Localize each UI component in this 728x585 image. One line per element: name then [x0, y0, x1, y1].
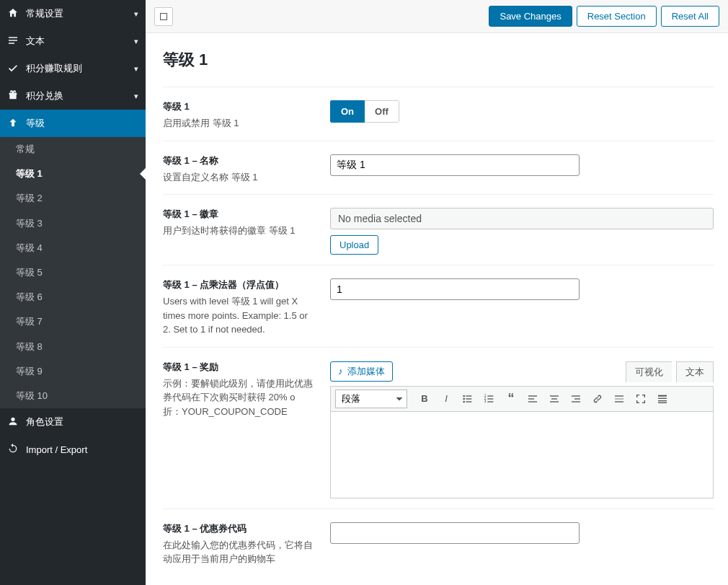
sidebar-item-label: 常规设置 — [26, 7, 134, 20]
editor-toolbar: 段落 B I 123 “ — [330, 386, 714, 412]
svg-rect-17 — [550, 401, 559, 402]
upload-button[interactable]: Upload — [330, 235, 378, 255]
svg-rect-20 — [572, 401, 580, 402]
reset-all-button[interactable]: Reset All — [661, 6, 719, 27]
link-button[interactable] — [587, 390, 608, 408]
submenu-item-level-7[interactable]: 等级 7 — [0, 309, 146, 334]
editor-tab-text[interactable]: 文本 — [676, 361, 714, 382]
expand-collapse-button[interactable] — [154, 7, 173, 26]
svg-rect-19 — [574, 398, 580, 399]
arrow-up-icon — [7, 117, 26, 131]
field-desc: 示例：要解锁此级别，请使用此优惠券代码在下次购买时获得 20% o 折：YOUR… — [163, 377, 316, 419]
blockquote-button[interactable]: “ — [501, 390, 521, 408]
svg-rect-7 — [487, 395, 493, 396]
sidebar-item-levels[interactable]: 等级 — [0, 110, 146, 137]
field-badge: 等级 1 – 徽章 用户到达时将获得的徽章 等级 1 No media sele… — [163, 194, 714, 255]
align-center-button[interactable] — [544, 390, 564, 408]
svg-rect-9 — [487, 398, 493, 399]
enable-switch[interactable]: On Off — [330, 100, 399, 123]
switch-on[interactable]: On — [330, 100, 365, 123]
levels-submenu: 常规 等级 1 等级 2 等级 3 等级 4 等级 5 等级 6 等级 7 等级… — [0, 137, 146, 408]
sidebar-item-label: 积分赚取规则 — [26, 62, 134, 75]
sidebar-item-import-export[interactable]: Import / Export — [0, 436, 146, 463]
coupon-code-input[interactable] — [330, 522, 580, 544]
submenu-item-level-5[interactable]: 等级 5 — [0, 260, 146, 285]
topbar: Save Changes Reset Section Reset All — [146, 0, 728, 33]
submenu-item-level-10[interactable]: 等级 10 — [0, 384, 146, 408]
bold-button[interactable]: B — [414, 390, 435, 408]
align-left-button[interactable] — [523, 390, 543, 408]
field-desc: 启用或禁用 等级 1 — [163, 116, 316, 131]
svg-rect-14 — [528, 401, 537, 402]
switch-off[interactable]: Off — [365, 100, 399, 123]
field-reward: 等级 1 – 奖励 示例：要解锁此级别，请使用此优惠券代码在下次购买时获得 20… — [163, 347, 714, 498]
chevron-down-icon: ▾ — [134, 9, 138, 19]
field-name: 等级 1 – 名称 设置自定义名称 等级 1 — [163, 141, 714, 185]
sidebar-item-label: 角色设置 — [26, 415, 138, 428]
sidebar-item-general[interactable]: 常规设置 ▾ — [0, 0, 146, 27]
submenu-item-level-2[interactable]: 等级 2 — [0, 186, 146, 211]
svg-rect-13 — [528, 398, 534, 399]
field-title: 等级 1 – 优惠券代码 — [163, 522, 316, 535]
multiplier-input[interactable] — [330, 278, 580, 300]
page-title: 等级 1 — [163, 49, 714, 71]
submenu-label: 等级 4 — [16, 242, 43, 253]
chevron-down-icon: ▾ — [134, 64, 138, 74]
reward-editor-area[interactable] — [330, 412, 714, 498]
submenu-label: 等级 7 — [16, 316, 43, 327]
svg-rect-25 — [658, 397, 667, 398]
sidebar-item-points-earn[interactable]: 积分赚取规则 ▾ — [0, 55, 146, 82]
sidebar-item-text[interactable]: 文本 ▾ — [0, 27, 146, 55]
format-select[interactable]: 段落 — [335, 390, 407, 408]
home-icon — [7, 7, 26, 21]
submenu-label: 等级 5 — [16, 267, 43, 278]
fullscreen-button[interactable] — [631, 390, 651, 408]
add-media-button[interactable]: 添加媒体 — [330, 361, 393, 382]
submenu-label: 等级 8 — [16, 341, 43, 352]
submenu-item-level-1[interactable]: 等级 1 — [0, 162, 146, 186]
field-title: 等级 1 – 点乘法器（浮点值） — [163, 278, 316, 291]
sidebar-item-points-redeem[interactable]: 积分兑换 ▾ — [0, 82, 146, 110]
text-icon — [7, 35, 26, 48]
field-title: 等级 1 – 徽章 — [163, 208, 316, 221]
submenu-item-level-3[interactable]: 等级 3 — [0, 211, 146, 236]
save-changes-button[interactable]: Save Changes — [489, 6, 572, 27]
media-icon — [338, 366, 343, 377]
svg-rect-15 — [550, 395, 559, 396]
submenu-item-level-9[interactable]: 等级 9 — [0, 359, 146, 384]
toolbar-toggle-button[interactable] — [652, 390, 672, 408]
bullet-list-button[interactable] — [458, 390, 478, 408]
level-name-input[interactable] — [330, 154, 580, 176]
svg-rect-1 — [466, 395, 471, 396]
submenu-label: 等级 6 — [16, 291, 43, 302]
submenu-item-level-4[interactable]: 等级 4 — [0, 236, 146, 260]
field-title: 等级 1 – 名称 — [163, 154, 316, 167]
number-list-button[interactable]: 123 — [479, 390, 500, 408]
svg-text:3: 3 — [484, 400, 487, 403]
submenu-item-level-6[interactable]: 等级 6 — [0, 285, 146, 309]
submenu-label: 等级 3 — [16, 218, 43, 229]
editor-tab-visual[interactable]: 可视化 — [626, 361, 672, 382]
sidebar-item-label: 积分兑换 — [26, 89, 134, 102]
svg-rect-16 — [551, 398, 557, 399]
submenu-label: 常规 — [16, 144, 35, 154]
check-icon — [7, 62, 26, 76]
svg-point-2 — [463, 397, 465, 400]
insert-more-button[interactable] — [609, 390, 629, 408]
reset-section-button[interactable]: Reset Section — [577, 6, 657, 27]
field-desc: 设置自定义名称 等级 1 — [163, 170, 316, 185]
italic-button[interactable]: I — [436, 390, 456, 408]
sidebar-item-roles[interactable]: 角色设置 — [0, 408, 146, 436]
svg-rect-23 — [615, 401, 623, 402]
sidebar-item-label: 等级 — [26, 117, 138, 130]
field-title: 等级 1 – 奖励 — [163, 361, 316, 374]
submenu-item-general[interactable]: 常规 — [0, 137, 146, 162]
media-placeholder: No media selected — [330, 208, 714, 229]
sidebar-item-label: 文本 — [26, 35, 134, 48]
field-coupon: 等级 1 – 优惠券代码 在此处输入您的优惠券代码，它将自动应用于当前用户的购物… — [163, 509, 714, 566]
settings-sidebar: 常规设置 ▾ 文本 ▾ 积分赚取规则 ▾ 积分兑换 ▾ 等级 常规 等级 1 等… — [0, 0, 146, 585]
submenu-item-level-8[interactable]: 等级 8 — [0, 335, 146, 359]
align-right-button[interactable] — [566, 390, 586, 408]
field-desc: Users with level 等级 1 will get X times m… — [163, 294, 316, 337]
svg-rect-21 — [615, 395, 623, 396]
